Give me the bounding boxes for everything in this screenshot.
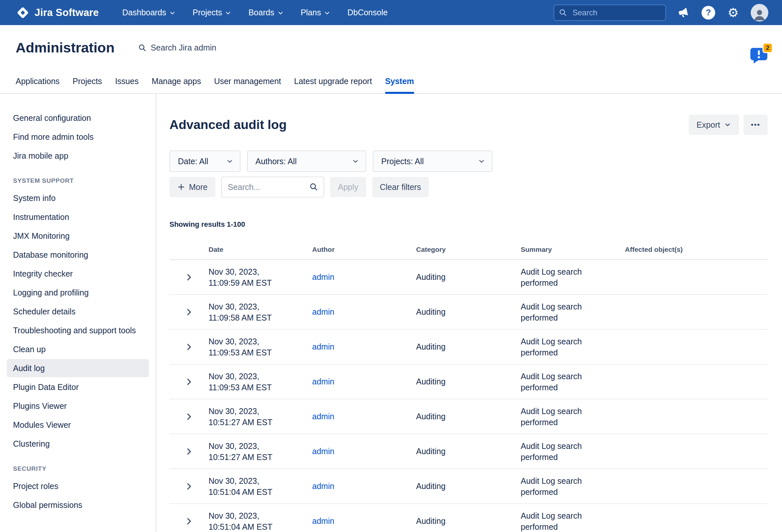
nav-item-projects[interactable]: Projects bbox=[192, 8, 232, 17]
sidebar-item-jira-mobile-app[interactable]: Jira mobile app bbox=[7, 147, 149, 165]
sidebar-item-modules-viewer[interactable]: Modules Viewer bbox=[7, 416, 149, 434]
plus-icon bbox=[177, 183, 185, 191]
export-button[interactable]: Export bbox=[689, 115, 739, 135]
sidebar-item-integrity-checker[interactable]: Integrity checker bbox=[7, 264, 149, 283]
notification-badge: 2 bbox=[762, 43, 773, 53]
cell-category: Auditing bbox=[416, 307, 521, 317]
admin-search[interactable]: Search Jira admin bbox=[138, 43, 216, 52]
author-link[interactable]: admin bbox=[312, 342, 334, 351]
cell-date: Nov 30, 2023, 11:09:53 AM EST bbox=[209, 336, 312, 358]
cell-summary: Audit Log search performed bbox=[521, 301, 625, 323]
help-button[interactable]: ? bbox=[701, 5, 715, 20]
sidebar-item-database-monitoring[interactable]: Database monitoring bbox=[7, 246, 149, 264]
nav-item-dbconsole[interactable]: DbConsole bbox=[347, 8, 388, 17]
cell-expander bbox=[170, 447, 209, 456]
expand-row-button[interactable] bbox=[184, 447, 194, 456]
cell-date: Nov 30, 2023, 10:51:27 AM EST bbox=[209, 440, 312, 463]
nav-item-label: DbConsole bbox=[347, 8, 388, 17]
nav-item-boards[interactable]: Boards bbox=[248, 8, 283, 17]
apply-button[interactable]: Apply bbox=[330, 177, 366, 197]
sidebar-item-find-more-admin-tools[interactable]: Find more admin tools bbox=[7, 128, 149, 146]
tab-projects[interactable]: Projects bbox=[73, 77, 102, 93]
sidebar-item-instrumentation[interactable]: Instrumentation bbox=[7, 208, 149, 226]
tab-latest-upgrade-report[interactable]: Latest upgrade report bbox=[294, 77, 372, 93]
expand-row-button[interactable] bbox=[184, 377, 194, 387]
table-body: Nov 30, 2023, 11:09:59 AM EST admin Audi… bbox=[170, 260, 768, 532]
clear-filters-button[interactable]: Clear filters bbox=[372, 177, 429, 197]
chevron-right-icon bbox=[184, 377, 194, 387]
authors-filter-dropdown[interactable]: Authors: All bbox=[247, 150, 366, 172]
sidebar-item-scheduler-details[interactable]: Scheduler details bbox=[7, 302, 149, 321]
author-link[interactable]: admin bbox=[312, 482, 334, 491]
author-link[interactable]: admin bbox=[312, 307, 334, 316]
author-link[interactable]: admin bbox=[312, 517, 334, 526]
nav-item-plans[interactable]: Plans bbox=[301, 8, 331, 17]
tab-user-management[interactable]: User management bbox=[214, 77, 281, 93]
cell-summary: Audit Log search performed bbox=[521, 405, 625, 428]
expand-row-button[interactable] bbox=[184, 517, 194, 526]
cell-summary: Audit Log search performed bbox=[521, 510, 625, 532]
chevron-down-icon bbox=[226, 158, 233, 165]
sidebar-item-troubleshooting-and-support-tools[interactable]: Troubleshooting and support tools bbox=[7, 321, 149, 340]
expand-row-button[interactable] bbox=[184, 412, 194, 422]
global-search-input[interactable] bbox=[554, 5, 666, 21]
author-link[interactable]: admin bbox=[312, 272, 334, 281]
sidebar-item-logging-and-profiling[interactable]: Logging and profiling bbox=[7, 283, 149, 302]
audit-log-row: Nov 30, 2023, 11:09:59 AM EST admin Audi… bbox=[170, 260, 768, 295]
more-actions-button[interactable]: ••• bbox=[744, 115, 768, 135]
sidebar-item-system-info[interactable]: System info bbox=[7, 189, 149, 207]
sidebar-item-clustering[interactable]: Clustering bbox=[7, 435, 149, 453]
cell-category: Auditing bbox=[416, 412, 521, 421]
expand-row-button[interactable] bbox=[184, 307, 194, 317]
sidebar-item-plugins-viewer[interactable]: Plugins Viewer bbox=[7, 397, 149, 415]
audit-log-table: DateAuthorCategorySummaryAffected object… bbox=[170, 246, 768, 532]
sidebar-item-clean-up[interactable]: Clean up bbox=[7, 340, 149, 358]
sidebar-item-audit-log[interactable]: Audit log bbox=[7, 359, 149, 377]
cell-category: Auditing bbox=[416, 342, 521, 352]
settings-button[interactable]: ⚙ bbox=[726, 5, 740, 20]
column-header-author: Author bbox=[312, 246, 416, 253]
cell-expander bbox=[170, 517, 209, 526]
sidebar-item-global-permissions[interactable]: Global permissions bbox=[7, 496, 149, 514]
tab-manage-apps[interactable]: Manage apps bbox=[151, 77, 201, 93]
chevron-down-icon bbox=[352, 158, 359, 165]
date-filter-label: Date: All bbox=[178, 157, 208, 166]
tab-issues[interactable]: Issues bbox=[115, 77, 139, 93]
sidebar-section-system-support: SYSTEM SUPPORT bbox=[0, 166, 156, 188]
expand-row-button[interactable] bbox=[184, 482, 194, 491]
nav-item-label: Plans bbox=[301, 8, 321, 17]
author-link[interactable]: admin bbox=[312, 377, 334, 386]
chevron-down-icon bbox=[169, 10, 176, 16]
feedback-button[interactable]: 2 bbox=[749, 47, 768, 64]
cell-summary: Audit Log search performed bbox=[521, 336, 625, 358]
cell-date: Nov 30, 2023, 11:09:53 AM EST bbox=[209, 371, 312, 393]
author-link[interactable]: admin bbox=[312, 447, 334, 456]
filter-row-primary: Date: All Authors: All Projects: All bbox=[170, 150, 768, 172]
tab-applications[interactable]: Applications bbox=[15, 77, 60, 93]
jira-logo[interactable]: Jira Software bbox=[15, 5, 99, 20]
cell-author: admin bbox=[312, 482, 416, 491]
admin-sidebar: General configurationFind more admin too… bbox=[0, 94, 156, 532]
chevron-right-icon bbox=[184, 447, 194, 456]
cell-date: Nov 30, 2023, 10:51:04 AM EST bbox=[209, 510, 312, 532]
expand-row-button[interactable] bbox=[184, 272, 194, 282]
cell-expander bbox=[170, 412, 209, 422]
global-search bbox=[554, 5, 666, 21]
date-filter-dropdown[interactable]: Date: All bbox=[170, 150, 241, 172]
sidebar-item-jmx-monitoring[interactable]: JMX Monitoring bbox=[7, 227, 149, 245]
announcements-button[interactable] bbox=[676, 5, 691, 20]
user-avatar[interactable] bbox=[751, 4, 768, 22]
search-icon bbox=[559, 8, 567, 17]
more-filters-button[interactable]: More bbox=[170, 177, 215, 197]
sidebar-item-project-roles[interactable]: Project roles bbox=[7, 477, 149, 495]
expand-row-button[interactable] bbox=[184, 342, 194, 352]
sidebar-item-plugin-data-editor[interactable]: Plugin Data Editor bbox=[7, 378, 149, 396]
projects-filter-dropdown[interactable]: Projects: All bbox=[373, 150, 492, 172]
cell-expander bbox=[170, 377, 209, 387]
nav-item-dashboards[interactable]: Dashboards bbox=[122, 8, 176, 17]
sidebar-item-general-configuration[interactable]: General configuration bbox=[7, 109, 149, 127]
chevron-down-icon bbox=[225, 10, 232, 16]
chevron-right-icon bbox=[184, 412, 194, 422]
author-link[interactable]: admin bbox=[312, 412, 334, 421]
tab-system[interactable]: System bbox=[385, 77, 414, 93]
